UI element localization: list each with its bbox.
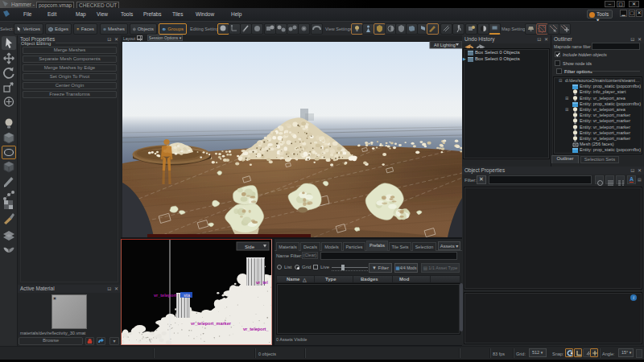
svg-text:Side: Side [245, 245, 255, 249]
svg-text:All Lighting: All Lighting [434, 43, 456, 47]
svg-text:vr_teleport_marker: vr_teleport_marker [191, 321, 232, 326]
svg-text:vr_tel: vr_tel [256, 280, 268, 285]
svg-text:vr_teleport_: vr_teleport_ [243, 327, 269, 331]
svg-text:vr_teleport: vr_teleport [154, 293, 177, 298]
svg-text:_sta: _sta [180, 293, 191, 298]
